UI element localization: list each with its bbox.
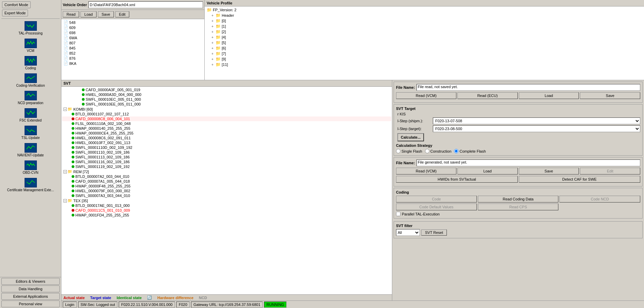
radio-single-flash[interactable]: Single Flash xyxy=(396,149,422,153)
sidebar-item-coding[interactable]: Coding xyxy=(0,54,61,72)
svt-row-btld-17ae[interactable]: BTLD_000017AE_001_013_000 xyxy=(62,203,391,208)
code-btn[interactable]: Code xyxy=(396,196,477,202)
svt-row-cafd-07a1[interactable]: CAFD_000007A1_005_044_018 xyxy=(62,179,391,184)
vo-item-852[interactable]: 📄852 xyxy=(62,51,204,56)
svt-row-swfl-1110[interactable]: SWFL_00001110_002_109_186 xyxy=(62,150,391,155)
vp-item-11[interactable]: + 📁 [11] xyxy=(210,62,643,67)
svt-group-kombi[interactable]: − 📁 KOMBI [60] xyxy=(62,107,391,112)
istep-shipm-select[interactable]: F020-13-07-508 xyxy=(433,117,640,124)
svt-row-btld-1107[interactable]: BTLD_00001107_002_107_112 xyxy=(62,112,391,116)
kombi-collapse-icon[interactable]: − xyxy=(63,108,67,111)
hwids-btn[interactable]: HWIDs from SVTactual xyxy=(396,176,518,183)
external-apps-btn[interactable]: External Applications xyxy=(1,293,60,300)
parallel-tal-checkbox[interactable] xyxy=(396,212,400,216)
read-vcm-btn-2[interactable]: Read (VCM) xyxy=(396,168,456,174)
vo-item-6wa[interactable]: 📄6WA xyxy=(62,35,204,40)
vo-item-807[interactable]: 📄807 xyxy=(62,40,204,45)
comfort-mode-btn[interactable]: Comfort Mode xyxy=(2,1,31,8)
svt-group-rem[interactable]: − 📁 REM [72] xyxy=(62,169,391,174)
svt-group-tex[interactable]: − 📁 TEX [35] xyxy=(62,198,391,203)
vp-6-expand[interactable]: + xyxy=(211,46,215,50)
istep-target-select[interactable]: F020-23-08-500 xyxy=(433,125,640,132)
sidebar-item-tsl-update[interactable]: TSL-Update xyxy=(0,124,61,141)
vp-item-4[interactable]: + 📁 [4] xyxy=(210,34,643,40)
vehicle-order-save-btn[interactable]: Save xyxy=(98,11,114,17)
svt-row-swfl-10ee[interactable]: SWFL_000010EE_005_011_000 xyxy=(62,102,391,107)
sidebar-item-vcm[interactable]: VCM xyxy=(0,37,61,54)
radio-construction[interactable]: Construction xyxy=(425,149,452,153)
sidebar-item-fsc-extended[interactable]: FSC Extended xyxy=(0,107,61,124)
vp-7-expand[interactable]: + xyxy=(211,52,215,56)
vp-2-expand[interactable]: + xyxy=(211,30,215,34)
svt-row-hwap-140[interactable]: HWAP_00000140_255_255_255 xyxy=(62,126,391,131)
load-btn-2[interactable]: Load xyxy=(457,168,518,174)
vp-item-2[interactable]: + 📁 [2] xyxy=(210,29,643,34)
vo-item-876[interactable]: 📄876 xyxy=(62,56,204,61)
personal-view-btn[interactable]: Personal view xyxy=(1,300,60,307)
sidebar-item-tal-processing[interactable]: TAL-Processing xyxy=(0,19,61,37)
read-vcm-btn-1[interactable]: Read (VCM) xyxy=(396,92,456,99)
detect-caf-btn[interactable]: Detect CAF for SWE xyxy=(519,176,641,183)
svt-row-hwel-079f[interactable]: HWEL_0000079F_003_000_002 xyxy=(62,188,391,193)
vo-item-845[interactable]: 📄845 xyxy=(62,45,204,51)
vp-header[interactable]: + 📁 Header xyxy=(210,13,643,18)
svt-row-hwap-1fd4[interactable]: HWAP_0001FD4_255_255_255 xyxy=(62,213,391,218)
svt-row-hwel-08c6[interactable]: HWEL_000008C6_002_091_011 xyxy=(62,136,391,140)
vp-root[interactable]: 📁 FP_Version: 2 xyxy=(205,7,643,13)
vp-11-expand[interactable]: + xyxy=(211,63,215,67)
save-btn-2[interactable]: Save xyxy=(519,168,579,174)
code-ncd-btn[interactable]: Code NCD xyxy=(559,196,640,202)
svt-row-swfl-10ec[interactable]: SWFL_000010EC_005_011_000 xyxy=(62,97,391,102)
vp-1-expand[interactable]: + xyxy=(211,25,215,28)
editors-viewers-btn[interactable]: Editors & Viewers xyxy=(1,278,60,285)
svt-row-btld-07a2[interactable]: BTLD_000007A2_003_044_010 xyxy=(62,174,391,179)
vo-item-548[interactable]: 📄548 xyxy=(62,20,204,25)
vp-header-expand[interactable]: + xyxy=(211,14,215,17)
svt-row-hwel-0a3d[interactable]: HWEL_00000A3D_004_000_000 xyxy=(62,92,391,97)
svt-row-cafd-11c5[interactable]: CAFD_000011C5_001_010_009 xyxy=(62,208,391,213)
vehicle-order-edit-btn[interactable]: Edit xyxy=(115,11,129,17)
read-cps-btn[interactable]: Read CPS xyxy=(478,204,559,210)
vehicle-order-read-btn[interactable]: Read xyxy=(63,11,79,17)
radio-complete-flash[interactable]: Complete Flash xyxy=(454,149,486,153)
radio-complete-flash-input[interactable] xyxy=(454,149,458,153)
svt-row-flsl-110a[interactable]: FLSL_00001110A_002_100_048 xyxy=(62,121,391,126)
data-handling-btn[interactable]: Data Handling xyxy=(1,285,60,292)
save-btn-1[interactable]: Save xyxy=(580,92,640,99)
svt-row-hwap-0f48[interactable]: HWAP_00000F48_255_255_255 xyxy=(62,184,391,188)
vehicle-order-load-btn[interactable]: Load xyxy=(80,11,96,17)
rem-collapse-icon[interactable]: − xyxy=(63,170,67,173)
vo-item-698[interactable]: 📄698 xyxy=(62,30,204,35)
calculate-btn[interactable]: Calculate... xyxy=(397,133,424,141)
svt-row-cafd-08c8[interactable]: CAFD_000008C8_006_004_101 xyxy=(62,116,391,121)
svt-row-swfl-07a3[interactable]: SWFL_000007A3_003_044_010 xyxy=(62,193,391,198)
svt-row-swfl-110d[interactable]: SWFL_00001110D_002_109_192 xyxy=(62,145,391,150)
svt-filter-select[interactable]: All xyxy=(396,229,420,236)
vp-9-expand[interactable]: + xyxy=(211,57,215,61)
svt-row-hwap-ce4[interactable]: HWAP_000000CE4_255_255_255 xyxy=(62,131,391,136)
vp-item-6[interactable]: + 📁 [6] xyxy=(210,45,643,51)
vehicle-order-path-input[interactable] xyxy=(88,1,203,8)
code-default-values-btn[interactable]: Code Default Values xyxy=(396,204,477,210)
svt-row-swfl-1116[interactable]: SWFL_00001116_002_109_186 xyxy=(62,159,391,164)
load-btn-1[interactable]: Load xyxy=(519,92,579,99)
tex-collapse-icon[interactable]: − xyxy=(63,199,67,202)
svt-reset-btn[interactable]: SVT Reset xyxy=(421,229,447,236)
radio-single-flash-input[interactable] xyxy=(396,149,400,153)
vp-5-expand[interactable]: + xyxy=(211,41,215,45)
svt-row-hwel-10f7[interactable]: HWEL_000010F7_002_091_113 xyxy=(62,140,391,145)
vo-item-609[interactable]: 📄609 xyxy=(62,25,204,30)
radio-construction-input[interactable] xyxy=(425,149,429,153)
vp-item-1[interactable]: + 📁 [1] xyxy=(210,24,643,29)
vp-4-expand[interactable]: + xyxy=(211,36,215,39)
svt-row-swfl-1119[interactable]: SWFL_00001119_002_109_192 xyxy=(62,164,391,169)
sidebar-item-obd-cvn[interactable]: OBD-CVN xyxy=(0,159,61,176)
sidebar-item-ncd-preparation[interactable]: NCD preparation xyxy=(0,89,61,107)
vp-item-7[interactable]: + 📁 [7] xyxy=(210,51,643,56)
read-coding-data-btn[interactable]: Read Coding Data xyxy=(478,196,559,202)
expert-mode-btn[interactable]: Expert Mode xyxy=(2,10,28,16)
read-ecu-btn[interactable]: Read (ECU) xyxy=(457,92,518,99)
vp-item-9[interactable]: + 📁 [9] xyxy=(210,56,643,62)
vo-item-8ka[interactable]: 📄8KA xyxy=(62,61,204,66)
vp-0-expand[interactable]: + xyxy=(211,19,215,23)
